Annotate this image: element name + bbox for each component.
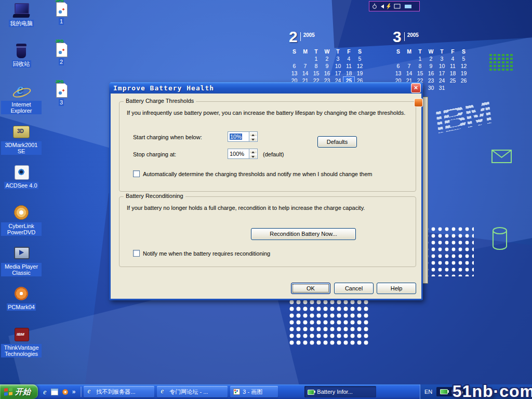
desktop-icon-pcmark[interactable]: PCMark04 <box>1 286 42 326</box>
task-button-label: 专门网论坛 - ... <box>169 388 208 396</box>
taskbar-task-button[interactable]: 3 - 画图 <box>230 386 278 397</box>
calendar-day: 9 <box>425 62 436 70</box>
dialog-titlebar[interactable]: Improve Battery Health × <box>109 82 423 94</box>
calendar-year: 2005 <box>407 32 419 38</box>
desktop-icon-label: PCMark04 <box>7 303 36 311</box>
show-desktop-icon[interactable] <box>51 389 58 395</box>
desktop-icon-label: Internet Explorer <box>1 101 42 114</box>
recondition-battery-button[interactable]: Recondition Battery Now... <box>251 228 356 240</box>
stop-charging-spinner[interactable]: 100% <box>228 149 258 159</box>
calendar-day: 10 <box>332 62 343 70</box>
start-button[interactable]: 开始 <box>0 384 38 399</box>
quick-launch-bar: e » <box>38 388 78 396</box>
media-player-classic-icon <box>12 245 31 262</box>
spinner-buttons <box>249 149 257 158</box>
media-player-quicklaunch-icon[interactable] <box>62 389 68 395</box>
desktop-icon-jpg-file[interactable]: 3 <box>48 81 75 122</box>
51nb-watermark: 51nb·com <box>453 382 532 399</box>
ok-button[interactable]: OK <box>291 283 330 294</box>
calendar-day: 19 <box>354 70 365 77</box>
desktop-icon-thinkvantage[interactable]: ThinkVantage Technologies <box>1 326 42 367</box>
desktop-icon-jpg-file[interactable]: 1 <box>48 0 75 41</box>
calendar-day: 7 <box>404 62 415 70</box>
spin-up-icon[interactable] <box>249 149 257 154</box>
start-charging-value: 10% <box>228 132 249 141</box>
desktop-icon-internet-explorer[interactable]: Internet Explorer <box>1 83 42 124</box>
taskbar-task-button[interactable]: 找不到服务器... <box>84 386 154 397</box>
stop-charging-label: Stop charging at: <box>133 151 176 157</box>
spin-down-icon[interactable] <box>249 137 257 141</box>
group-title: Battery Charge Thresholds <box>124 98 196 104</box>
calendar-day: 30 <box>425 84 436 91</box>
desktop-icon-media-player-classic[interactable]: Media Player Classic <box>1 245 42 286</box>
calendar-separator <box>300 32 301 41</box>
language-indicator[interactable]: EN <box>424 389 432 395</box>
calendar-day: 4 <box>447 55 458 62</box>
auto-determine-label: Automatically determine the charging thr… <box>143 171 372 177</box>
spin-up-icon[interactable] <box>249 132 257 137</box>
start-charging-spinner[interactable]: 10% <box>228 131 258 142</box>
calendar-day: 5 <box>354 55 365 62</box>
calendar-day: 13 <box>393 70 404 77</box>
desktop-icon-label: ACDSee 4.0 <box>4 182 38 189</box>
calendar-day: 18 <box>447 70 458 77</box>
desktop-icon-recycle-bin[interactable]: 回收站 <box>1 43 42 83</box>
cancel-button[interactable]: Cancel <box>334 283 374 294</box>
taskbar-task-button[interactable]: Battery Infor... <box>304 386 376 397</box>
chevron-more-icon[interactable]: » <box>72 388 76 395</box>
desktop-icon-threedmark[interactable]: 3DMark2001 SE <box>1 124 42 164</box>
desktop-icon-acdsee[interactable]: ACDSee 4.0 <box>1 164 42 205</box>
taskbar-task-button[interactable]: 专门网论坛 - ... <box>157 386 228 397</box>
desktop-icon-label: 3 <box>59 99 64 106</box>
calendar-day: 11 <box>447 62 458 70</box>
desktop-icon-label: 2 <box>59 58 64 65</box>
utility-toolbar-icons <box>370 3 418 10</box>
paint-icon <box>233 388 241 395</box>
default-note: (default) <box>263 151 284 157</box>
calendar-day: 1 <box>311 55 322 62</box>
speaker-icon <box>381 4 384 8</box>
desktop-icon-powerdvd[interactable]: CyberLink PowerDVD <box>1 205 42 245</box>
help-button[interactable]: Help <box>377 283 416 294</box>
calendar-day-header: S <box>458 48 469 55</box>
close-icon[interactable]: × <box>411 83 421 93</box>
spin-down-icon[interactable] <box>249 154 257 158</box>
task-button-label: 3 - 画图 <box>243 388 262 396</box>
defaults-button[interactable]: Defaults <box>317 136 357 148</box>
calendar-day-header: T <box>415 48 425 55</box>
desktop-icon-column-1: 我的电脑回收站Internet Explorer3DMark2001 SEACD… <box>1 2 42 367</box>
calendar-day: 12 <box>354 62 365 70</box>
monitor-icon <box>394 4 400 8</box>
calendar-day-headers: SMTWTFS <box>393 48 474 55</box>
calendar-day-header: M <box>404 48 415 55</box>
calendar-day: 15 <box>311 70 322 77</box>
acdsee-icon <box>12 164 31 181</box>
calendar-day: 14 <box>404 70 415 77</box>
desktop-icon-jpg-file[interactable]: 2 <box>48 41 75 81</box>
calendar-day <box>447 84 458 91</box>
calendar-day-header: T <box>436 48 447 55</box>
battery-icon <box>307 388 315 395</box>
calendar-day: 24 <box>436 77 447 84</box>
windows-flag-icon <box>4 388 12 396</box>
utility-toolbar[interactable] <box>369 1 420 11</box>
lightning-icon <box>387 3 391 9</box>
halftone-dots-pattern <box>424 227 474 276</box>
notify-reconditioning-label: Notify me when the battery requires reco… <box>143 250 270 257</box>
calendar-day <box>404 55 415 62</box>
halftone-dots-pattern <box>289 299 370 347</box>
green-grid-pattern <box>489 54 514 71</box>
notify-reconditioning-checkbox[interactable] <box>133 250 140 257</box>
calendar-day: 17 <box>332 70 343 77</box>
calendar-day: 15 <box>415 70 425 77</box>
calendar-day-headers: SMTWTFS <box>289 48 370 55</box>
internet-explorer-quicklaunch-icon[interactable]: e <box>43 388 47 396</box>
desktop-icon-my-computer[interactable]: 我的电脑 <box>1 2 42 43</box>
background-window-button[interactable] <box>414 98 423 107</box>
auto-determine-checkbox[interactable] <box>133 170 140 177</box>
cylinder-icon <box>491 227 508 251</box>
calendar-day: 17 <box>436 70 447 77</box>
stop-charging-value: 100% <box>228 149 249 158</box>
calendar-day-header: F <box>447 48 458 55</box>
envelope-icon <box>491 149 512 164</box>
